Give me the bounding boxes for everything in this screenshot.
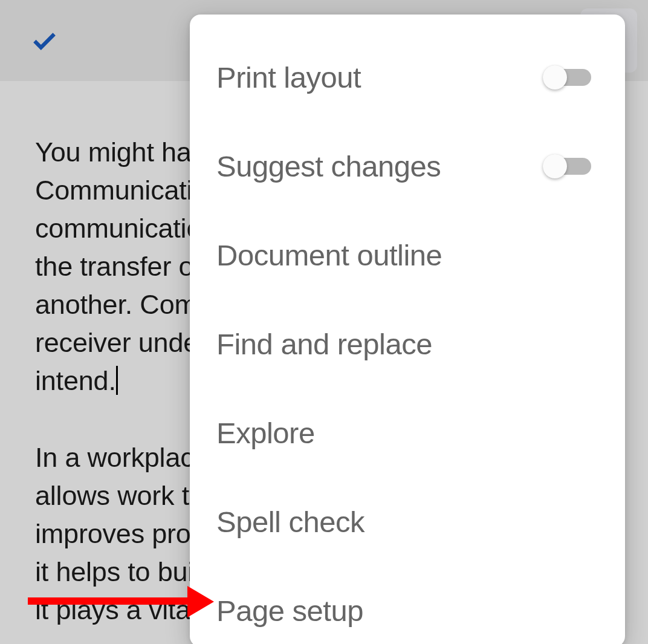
toggle-print-layout[interactable] [543,60,598,94]
done-button[interactable] [23,19,65,62]
menu-item-spell-check[interactable]: Spell check [190,477,625,566]
menu-item-label: Explore [216,416,598,450]
menu-item-document-outline[interactable]: Document outline [190,210,625,299]
menu-item-suggest-changes[interactable]: Suggest changes [190,122,625,210]
menu-item-label: Suggest changes [216,149,543,183]
menu-item-label: Find and replace [216,327,598,361]
menu-item-label: Print layout [216,60,543,94]
toggle-knob [543,154,567,178]
menu-item-explore[interactable]: Explore [190,388,625,477]
text-cursor [116,366,118,395]
toggle-suggest-changes[interactable] [543,149,598,183]
menu-item-page-setup[interactable]: Page setup [190,566,625,644]
menu-item-print-layout[interactable]: Print layout [190,33,625,122]
menu-item-label: Document outline [216,238,598,272]
menu-item-label: Page setup [216,594,598,628]
overflow-menu: Print layout Suggest changes Document ou… [190,15,625,644]
menu-item-label: Spell check [216,505,598,539]
toggle-knob [543,65,567,89]
checkmark-icon [29,25,59,56]
menu-item-find-replace[interactable]: Find and replace [190,299,625,388]
